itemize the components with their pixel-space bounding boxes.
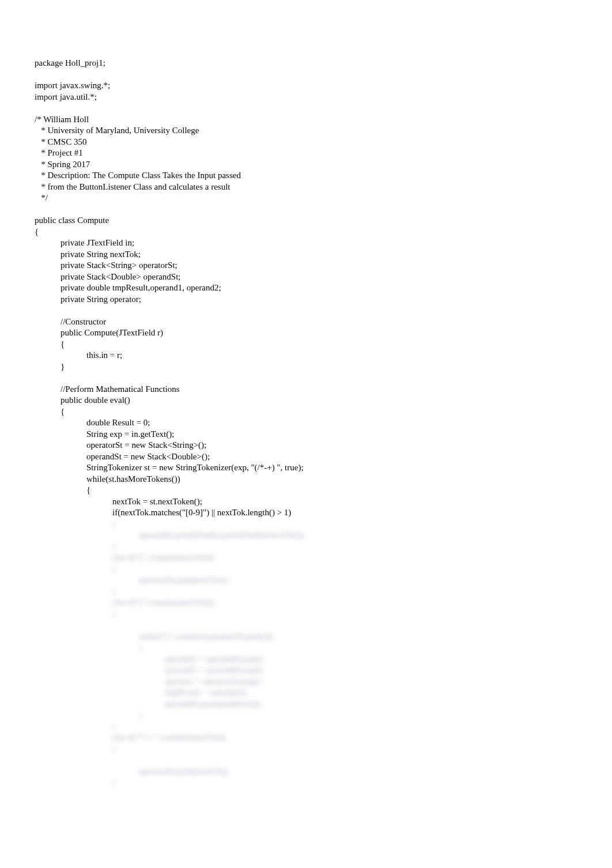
blurred-code-block: { operandSt.push(Double.parseDouble(next…: [35, 519, 577, 788]
code-block: package Holl_proj1; import javax.swing.*…: [35, 58, 577, 519]
document-page: package Holl_proj1; import javax.swing.*…: [0, 0, 612, 812]
